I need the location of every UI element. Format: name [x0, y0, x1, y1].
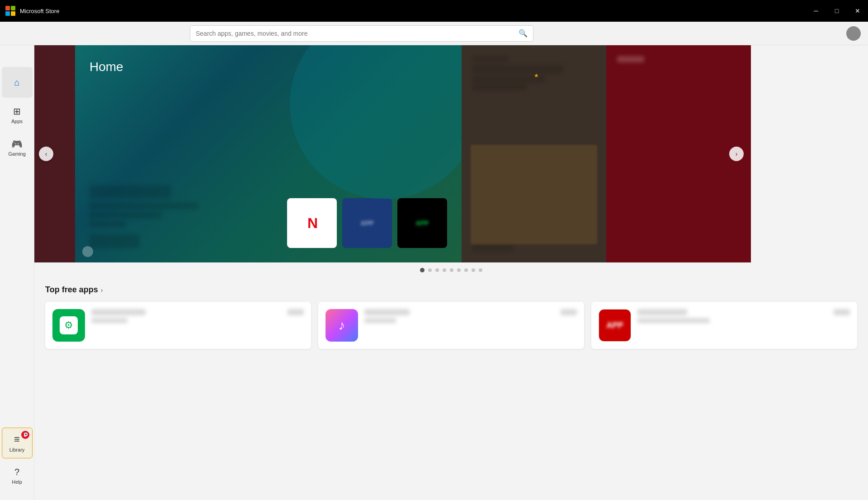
- secondary-image: [471, 145, 597, 244]
- app-icon-2: ♪: [326, 309, 358, 342]
- search-icon[interactable]: 🔍: [519, 29, 528, 38]
- hero-carousel: ‹ Home N: [34, 45, 868, 262]
- secondary-cta-text: [472, 245, 513, 252]
- carousel-dots: [34, 262, 868, 278]
- app-card-3[interactable]: APP: [591, 302, 857, 349]
- carousel-prev-button[interactable]: ‹: [39, 147, 53, 161]
- sidebar-bottom: ≡ Library 3 ? Help: [2, 428, 33, 491]
- hero-apps-row: N APP APP: [287, 198, 447, 248]
- app-icon-3-bg: APP: [599, 310, 631, 341]
- library-label: Library: [9, 447, 25, 452]
- carousel-dot-3[interactable]: [435, 268, 439, 272]
- hero-app-2-logo: APP: [361, 219, 374, 227]
- app-card-1[interactable]: ⚙: [45, 302, 311, 349]
- app-action-1[interactable]: [288, 309, 304, 315]
- sidebar-item-help[interactable]: ? Help: [2, 460, 33, 491]
- sidebar-item-home[interactable]: ⌂: [2, 67, 33, 98]
- app-info-2: [364, 309, 554, 325]
- sidebar-item-apps[interactable]: ⊞ Apps: [2, 100, 33, 130]
- hero-brand-logo: [82, 246, 93, 257]
- library-notification-dot: [24, 433, 28, 436]
- hero-app-desc-line1: [90, 203, 198, 209]
- carousel-dot-6[interactable]: [457, 268, 461, 272]
- carousel-next-button[interactable]: ›: [729, 147, 744, 161]
- hero-tertiary-content: [606, 45, 751, 73]
- carousel-dot-5[interactable]: [450, 268, 453, 272]
- hero-app-card-2[interactable]: APP: [342, 198, 392, 248]
- hero-main-card: Home N: [75, 45, 462, 262]
- carousel-card-secondary: ★: [462, 45, 606, 262]
- app-icon-3: APP: [599, 309, 631, 342]
- maximize-button[interactable]: □: [826, 0, 847, 22]
- minimize-button[interactable]: ─: [806, 0, 826, 22]
- secondary-title-line1: [472, 56, 509, 62]
- help-icon: ?: [14, 467, 19, 477]
- hero-secondary-content: [462, 45, 606, 103]
- tertiary-text: [617, 56, 644, 62]
- search-input[interactable]: [196, 30, 519, 37]
- titlebar-left: Microsoft Store: [5, 6, 59, 16]
- hero-app-card-1[interactable]: N: [287, 198, 337, 248]
- hero-text-area: [90, 186, 273, 248]
- app-symbol-1: ⚙: [64, 319, 73, 331]
- top-free-apps-section: Top free apps › ⚙: [34, 278, 868, 356]
- secondary-desc-line2: [472, 84, 527, 90]
- gaming-icon: 🎮: [11, 138, 23, 149]
- hero-app-desc-line2: [90, 212, 162, 218]
- carousel-dot-1[interactable]: [420, 268, 425, 272]
- main-content: ‹ Home N: [34, 22, 868, 500]
- app-action-3[interactable]: [834, 309, 850, 315]
- library-icon: ≡: [14, 433, 20, 445]
- hero-app-card-3[interactable]: APP: [397, 198, 447, 248]
- app-symbol-3: APP: [606, 321, 623, 330]
- window-title: Microsoft Store: [20, 8, 59, 14]
- search-bar[interactable]: 🔍: [190, 25, 533, 42]
- secondary-desc-line1: [472, 76, 545, 82]
- hero-content: N APP APP: [90, 186, 447, 248]
- hero-title: Home: [90, 60, 123, 74]
- app-name-3: [637, 309, 687, 315]
- secondary-title-line2: [472, 65, 563, 73]
- app-rating-2: [364, 318, 396, 323]
- carousel-dot-4[interactable]: [443, 268, 446, 272]
- app-action-2[interactable]: [561, 309, 577, 315]
- avatar[interactable]: [846, 26, 861, 41]
- hero-cta-button[interactable]: [90, 234, 139, 248]
- section-arrow-icon[interactable]: ›: [101, 286, 103, 294]
- hero-footer: [82, 246, 93, 257]
- gaming-label: Gaming: [8, 151, 26, 157]
- app-rating-3: [637, 318, 710, 323]
- app-card-2[interactable]: ♪: [318, 302, 584, 349]
- sidebar-item-gaming[interactable]: 🎮 Gaming: [2, 132, 33, 163]
- carousel-dot-8[interactable]: [472, 268, 475, 272]
- apps-label: Apps: [11, 119, 23, 124]
- carousel-dot-7[interactable]: [464, 268, 468, 272]
- window-controls: ─ □ ✕: [806, 0, 868, 22]
- help-label: Help: [12, 479, 22, 485]
- home-icon: ⌂: [14, 77, 19, 88]
- app-info-1: [91, 309, 281, 325]
- app-info-3: [637, 309, 827, 325]
- hero-app-3-logo: APP: [416, 219, 429, 227]
- header: 🔍: [0, 22, 868, 45]
- netflix-logo: N: [307, 215, 316, 232]
- app-icon-inner-1: ⚙: [60, 316, 78, 334]
- app-icon-1: ⚙: [52, 309, 85, 342]
- hero-app-title: [90, 186, 171, 198]
- music-note-icon: ♪: [339, 318, 345, 333]
- microsoft-logo-icon: [5, 6, 15, 16]
- app-name-2: [364, 309, 410, 315]
- carousel-card-tertiary: ›: [606, 45, 751, 262]
- section-title: Top free apps: [45, 285, 98, 295]
- hero-app-desc-line3: [90, 221, 126, 227]
- titlebar: Microsoft Store ─ □ ✕: [0, 0, 868, 22]
- section-header: Top free apps ›: [45, 285, 857, 295]
- sidebar-item-library[interactable]: ≡ Library 3: [2, 428, 33, 458]
- carousel-dot-2[interactable]: [428, 268, 432, 272]
- apps-row: ⚙ ♪: [45, 302, 857, 349]
- app-name-1: [91, 309, 146, 315]
- sidebar: ⌂ ⊞ Apps 🎮 Gaming ≡ Library 3 ? Help: [0, 22, 34, 500]
- close-button[interactable]: ✕: [847, 0, 868, 22]
- carousel-dot-9[interactable]: [479, 268, 482, 272]
- app-body: 🔍 ⌂ ⊞ Apps 🎮 Gaming ≡ Library 3 ? Help: [0, 22, 868, 500]
